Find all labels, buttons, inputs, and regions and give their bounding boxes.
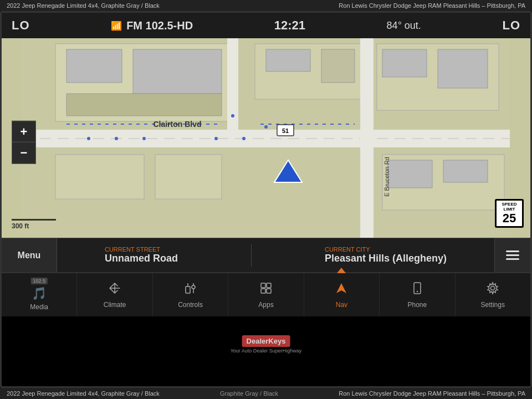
svg-point-45 [417, 291, 418, 292]
svg-rect-39 [261, 283, 265, 288]
nav-item-settings[interactable]: Settings [456, 273, 530, 316]
nav-label: Nav [336, 301, 347, 309]
nav-icon [334, 281, 349, 299]
svg-point-38 [192, 285, 195, 289]
map-area: 51 Clairton Blvd E Bruceton Rd + − [2, 38, 530, 238]
controls-label: Controls [178, 301, 203, 309]
bottom-nav: 102.5 🎵 Media Climate [2, 272, 530, 316]
svg-point-29 [142, 137, 146, 140]
status-bar: LO 📶 FM 102.5-HD 12:21 84° out. LO [2, 13, 530, 38]
media-icon: 🎵 [32, 287, 47, 301]
map-svg: 51 Clairton Blvd E Bruceton Rd [2, 38, 530, 238]
bottom-color-spec: Graphite Gray / Black [220, 390, 278, 397]
scale-bar [12, 219, 56, 221]
svg-point-30 [214, 137, 218, 140]
temperature: 84° out. [387, 20, 421, 32]
svg-rect-4 [66, 94, 222, 116]
svg-rect-15 [55, 155, 144, 199]
svg-rect-9 [382, 49, 427, 77]
current-city-label: Current City [325, 246, 370, 253]
speed-limit-value: 25 [499, 212, 520, 224]
svg-rect-7 [321, 49, 355, 83]
svg-point-33 [231, 114, 234, 117]
svg-text:Clairton Blvd: Clairton Blvd [153, 120, 201, 129]
svg-marker-43 [336, 283, 346, 293]
bottom-info-bar: 2022 Jeep Renegade Limited 4x4, Graphite… [0, 388, 532, 399]
clock: 12:21 [274, 18, 305, 33]
svg-rect-16 [155, 155, 222, 199]
svg-point-32 [264, 125, 268, 129]
radio-signal-icon: 📶 [111, 21, 122, 31]
speed-limit-sign: SPEED LIMIT 25 [495, 199, 524, 228]
radio-display: 📶 FM 102.5-HD [111, 19, 193, 32]
radio-frequency: FM 102.5-HD [126, 19, 193, 32]
svg-point-27 [87, 137, 90, 140]
hamburger-icon [506, 250, 519, 260]
page-title: 2022 Jeep Renegade Limited 4x4, Graphite… [7, 2, 160, 9]
controls-icon [183, 281, 198, 299]
svg-point-31 [242, 137, 245, 140]
current-street-block: Current Street Unnamed Road [105, 246, 178, 264]
svg-rect-6 [266, 49, 310, 71]
apps-icon [259, 281, 273, 299]
current-street-value: Unnamed Road [105, 253, 178, 264]
current-city-block: Current City Pleasant Hills (Allegheny) [325, 246, 447, 264]
zoom-out-button[interactable]: − [12, 142, 35, 163]
scale-indicator: 300 ft [12, 219, 56, 230]
media-freq-badge: 102.5 [30, 278, 48, 284]
svg-rect-40 [267, 283, 271, 288]
outer-frame: 2022 Jeep Renegade Limited 4x4, Graphite… [0, 0, 532, 399]
nav-item-controls[interactable]: Controls [153, 273, 228, 316]
nav-divider [251, 244, 252, 267]
menu-button[interactable]: Menu [2, 238, 57, 272]
phone-icon [410, 281, 424, 299]
phone-label: Phone [407, 301, 427, 309]
nav-item-phone[interactable]: Phone [380, 273, 455, 316]
hamburger-button[interactable] [494, 238, 530, 272]
current-street-label: Current Street [105, 246, 160, 253]
nav-item-nav[interactable]: Nav [304, 273, 380, 316]
nav-item-climate[interactable]: Climate [77, 273, 152, 316]
svg-rect-3 [133, 49, 222, 94]
zoom-controls: + − [12, 121, 36, 164]
climate-icon [108, 281, 122, 299]
media-label: Media [30, 303, 48, 311]
svg-rect-42 [267, 289, 271, 293]
nav-street-info: Current Street Unnamed Road Current City… [57, 238, 494, 272]
scale-label: 300 ft [12, 222, 29, 230]
svg-rect-13 [360, 38, 374, 238]
svg-rect-18 [388, 160, 432, 188]
svg-text:51: 51 [282, 127, 289, 134]
active-indicator [337, 268, 346, 273]
nav-info-bar: Menu Current Street Unnamed Road Current… [2, 238, 530, 272]
svg-rect-10 [438, 49, 488, 88]
lo-left: LO [12, 18, 30, 33]
dealer-name: Ron Lewis Chrysler Dodge Jeep RAM Pleasa… [339, 2, 525, 9]
current-city-value: Pleasant Hills (Allegheny) [325, 253, 447, 264]
svg-rect-41 [261, 289, 265, 293]
bottom-dealer-name: Ron Lewis Chrysler Dodge Jeep RAM Pleasa… [339, 390, 525, 397]
svg-rect-2 [66, 49, 122, 83]
svg-point-28 [115, 137, 118, 140]
svg-point-46 [491, 287, 495, 290]
apps-label: Apps [258, 301, 273, 309]
svg-rect-19 [443, 160, 488, 182]
nav-item-media[interactable]: 102.5 🎵 Media [2, 273, 77, 316]
climate-label: Climate [104, 301, 126, 309]
nav-item-apps[interactable]: Apps [228, 273, 304, 316]
settings-icon [485, 281, 500, 299]
lo-right: LO [502, 18, 520, 33]
hu-screen: LO 📶 FM 102.5-HD 12:21 84° out. LO [0, 11, 532, 388]
svg-rect-34 [186, 287, 190, 293]
top-info-bar: 2022 Jeep Renegade Limited 4x4, Graphite… [0, 0, 532, 11]
svg-text:E Bruceton Rd: E Bruceton Rd [383, 157, 390, 197]
zoom-in-button[interactable]: + [12, 121, 35, 142]
bottom-page-title: 2022 Jeep Renegade Limited 4x4, Graphite… [7, 390, 160, 397]
settings-label: Settings [481, 301, 505, 309]
